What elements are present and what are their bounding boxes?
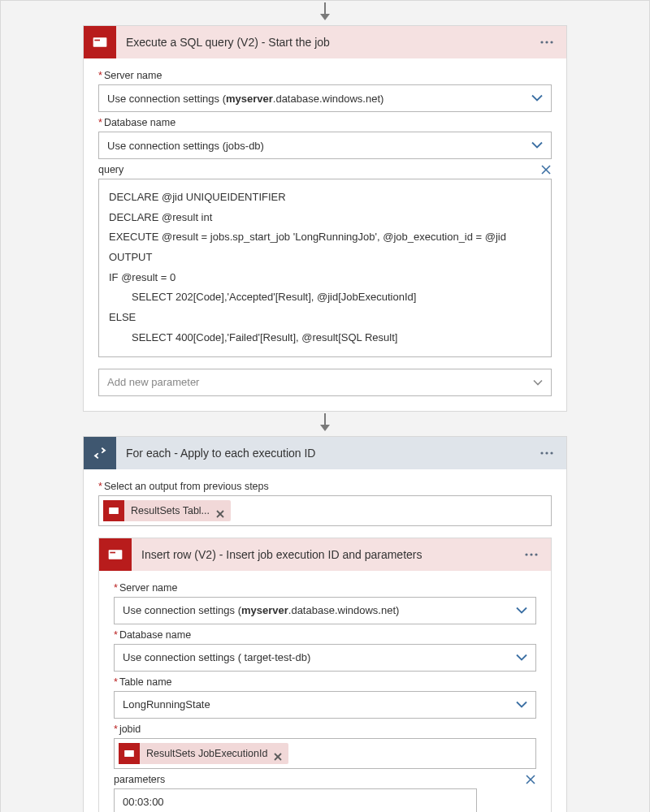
- svg-rect-10: [109, 507, 119, 513]
- action-menu-button[interactable]: [522, 545, 541, 564]
- svg-point-15: [525, 553, 527, 555]
- remove-parameter-button[interactable]: [525, 774, 536, 785]
- svg-point-8: [545, 451, 548, 454]
- action-header[interactable]: Insert row (V2) - Insert job execution I…: [99, 538, 551, 571]
- action-execute-sql: Execute a SQL query (V2) - Start the job…: [83, 25, 567, 412]
- query-label: query: [98, 164, 124, 175]
- server-name-label: *Server name: [114, 582, 536, 594]
- action-menu-button[interactable]: [537, 32, 557, 52]
- action-body: *Select an output from previous steps Re…: [84, 469, 566, 813]
- output-label: *Select an output from previous steps: [98, 481, 552, 492]
- chevron-down-icon: [533, 376, 543, 388]
- database-name-label: *Database name: [98, 117, 552, 128]
- svg-rect-0: [93, 37, 107, 47]
- svg-point-16: [530, 553, 532, 555]
- svg-rect-13: [109, 550, 123, 559]
- table-name-label: *Table name: [114, 676, 536, 688]
- query-textarea[interactable]: DECLARE @jid UNIQUEIDENTIFIER DECLARE @r…: [98, 179, 552, 357]
- loop-icon: [84, 437, 116, 469]
- remove-query-button[interactable]: [540, 164, 552, 175]
- jobid-token-field[interactable]: ResultSets JobExecutionId: [114, 738, 536, 769]
- jobid-label: *jobid: [114, 723, 536, 735]
- action-body: *Server name Use connection settings ( m…: [99, 571, 551, 813]
- svg-rect-1: [94, 40, 100, 41]
- token-resultsets-table[interactable]: ResultSets Tabl...: [103, 500, 231, 521]
- svg-point-2: [540, 41, 543, 43]
- action-title: For each - Apply to each execution ID: [116, 447, 537, 460]
- parameters-label-row: parameters: [114, 774, 536, 785]
- database-name-select[interactable]: Use connection settings ( target-test-db…: [114, 644, 536, 672]
- action-title: Execute a SQL query (V2) - Start the job: [116, 36, 537, 49]
- flow-arrow: [320, 413, 330, 431]
- server-name-select[interactable]: Use connection settings ( myserver.datab…: [114, 597, 536, 624]
- action-header[interactable]: For each - Apply to each execution ID: [84, 437, 566, 469]
- server-name-select[interactable]: Use connection settings ( myserver.datab…: [98, 84, 552, 112]
- action-body: *Server name Use connection settings ( m…: [84, 58, 566, 411]
- add-parameter-select[interactable]: Add new parameter: [98, 369, 552, 396]
- chevron-down-icon: [516, 604, 527, 616]
- sql-icon: [84, 26, 116, 58]
- action-title: Insert row (V2) - Insert job execution I…: [132, 548, 522, 561]
- query-label-row: query: [98, 164, 552, 175]
- action-insert-row: Insert row (V2) - Insert job execution I…: [98, 538, 552, 813]
- svg-point-3: [545, 41, 548, 43]
- designer-canvas: Execute a SQL query (V2) - Start the job…: [0, 0, 650, 812]
- database-name-select[interactable]: Use connection settings (jobs-db): [98, 132, 552, 159]
- token-remove-button[interactable]: [274, 749, 282, 758]
- svg-point-4: [550, 41, 552, 43]
- action-menu-button[interactable]: [537, 443, 557, 463]
- svg-rect-18: [124, 749, 134, 756]
- output-token-field[interactable]: ResultSets Tabl...: [98, 495, 552, 526]
- chevron-down-icon: [516, 651, 527, 663]
- action-header[interactable]: Execute a SQL query (V2) - Start the job: [84, 26, 566, 58]
- chevron-down-icon: [516, 698, 527, 710]
- server-name-label: *Server name: [98, 70, 552, 81]
- chevron-down-icon: [531, 93, 543, 105]
- svg-point-9: [550, 451, 552, 454]
- sql-icon: [99, 538, 132, 571]
- sql-icon: [119, 743, 140, 764]
- sql-icon: [103, 500, 124, 521]
- svg-point-7: [540, 451, 543, 454]
- svg-point-17: [535, 553, 537, 555]
- svg-rect-14: [110, 551, 115, 553]
- token-resultsets-jobexecutionid[interactable]: ResultSets JobExecutionId: [119, 743, 288, 764]
- action-foreach: For each - Apply to each execution ID *S…: [83, 436, 567, 813]
- flow-arrow: [320, 2, 330, 20]
- chevron-down-icon: [531, 140, 543, 152]
- token-remove-button[interactable]: [216, 507, 224, 515]
- table-name-select[interactable]: LongRunningState: [114, 691, 536, 719]
- database-name-label: *Database name: [114, 629, 536, 641]
- parameters-input[interactable]: [114, 788, 477, 813]
- parameters-label: parameters: [114, 774, 165, 785]
